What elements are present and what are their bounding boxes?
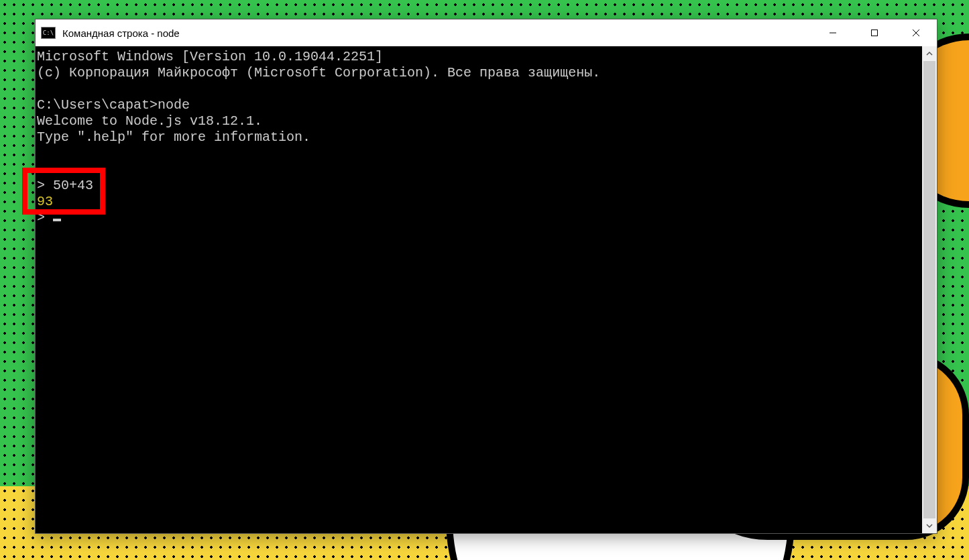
terminal-line: > [37, 210, 61, 225]
typed-command: node [158, 97, 190, 113]
terminal-line: Welcome to Node.js v18.12.1. [37, 113, 262, 129]
cursor [53, 219, 61, 221]
terminal-line: Type ".help" for more information. [37, 129, 310, 145]
close-button[interactable] [895, 19, 937, 46]
window-title: Командная строка - node [62, 27, 180, 39]
chevron-up-icon [926, 50, 933, 57]
titlebar[interactable]: C:\ Командная строка - node [36, 19, 937, 46]
cmd-icon: C:\ [41, 27, 56, 39]
scroll-track[interactable] [922, 61, 937, 518]
repl-result: 93 [37, 194, 53, 209]
svg-rect-1 [872, 30, 878, 36]
scroll-up-button[interactable] [922, 46, 937, 61]
repl-prompt: > [37, 210, 53, 225]
chevron-down-icon [926, 522, 933, 529]
maximize-icon [870, 29, 878, 37]
terminal-output[interactable]: Microsoft Windows [Version 10.0.19044.22… [36, 46, 922, 533]
prompt-path: C:\Users\capat> [37, 97, 158, 113]
terminal-line: (c) Корпорация Майкрософт (Microsoft Cor… [37, 65, 600, 80]
window-controls [812, 19, 937, 46]
terminal-area: Microsoft Windows [Version 10.0.19044.22… [36, 46, 937, 533]
vertical-scrollbar[interactable] [922, 46, 937, 533]
minimize-icon [829, 29, 837, 37]
terminal-line: > 50+43 [37, 178, 93, 193]
terminal-line: Microsoft Windows [Version 10.0.19044.22… [37, 49, 383, 64]
command-prompt-window: C:\ Командная строка - node Microsoft Wi… [35, 19, 937, 534]
scroll-down-button[interactable] [922, 518, 937, 533]
scroll-thumb[interactable] [923, 61, 935, 518]
terminal-line: C:\Users\capat>node [37, 97, 190, 113]
repl-prompt: > [37, 178, 53, 193]
minimize-button[interactable] [812, 19, 854, 46]
maximize-button[interactable] [854, 19, 895, 46]
close-icon [912, 29, 920, 37]
repl-input: 50+43 [53, 178, 93, 193]
